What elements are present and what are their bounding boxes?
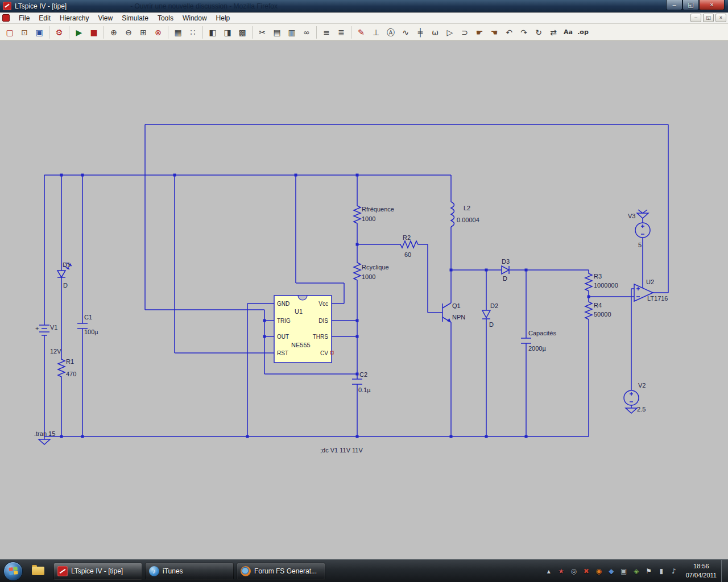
menu-hierarchy[interactable]: Hierarchy <box>55 13 93 23</box>
component-q1[interactable]: Q1 NPN <box>442 302 465 322</box>
menu-view[interactable]: View <box>93 13 117 23</box>
tray-icon-5[interactable]: ◆ <box>605 564 618 578</box>
tray-icon-9[interactable]: ▮ <box>655 564 668 578</box>
zoom-back-button[interactable]: ⊖ <box>122 26 135 39</box>
d2-ref[interactable]: D2 <box>490 302 498 309</box>
capacites-value[interactable]: 2000µ <box>528 345 546 352</box>
c1-ref[interactable]: C1 <box>84 314 92 321</box>
schematic-canvas[interactable]: + V1 12V D1 D C1 100µ <box>0 41 728 559</box>
explorer-button[interactable] <box>28 563 48 580</box>
component-v3[interactable]: V3 5 <box>628 210 650 248</box>
start-button[interactable] <box>3 562 23 581</box>
menu-edit[interactable]: Edit <box>34 13 55 23</box>
u2-ref[interactable]: U2 <box>646 278 654 285</box>
v2-ref[interactable]: V2 <box>638 382 646 389</box>
diode-tool-button[interactable]: ▷ <box>443 26 457 39</box>
r4-ref[interactable]: R4 <box>594 302 602 309</box>
mark-datapoints-button[interactable]: ∷ <box>186 26 200 39</box>
tray-icon-6[interactable]: ▣ <box>618 564 630 578</box>
mdi-minimize-button[interactable]: – <box>690 14 701 22</box>
component-tool-button[interactable]: ⊃ <box>458 26 471 39</box>
print-button[interactable]: ≣ <box>334 26 348 39</box>
cut-button[interactable]: ✂ <box>255 26 269 39</box>
show-desktop-button[interactable] <box>721 560 728 582</box>
tray-icon-1[interactable]: ★ <box>555 564 568 578</box>
u2-part[interactable]: LT1716 <box>647 295 668 302</box>
component-rfrequence[interactable]: Rfréquence 1000 <box>354 203 394 226</box>
zoom-fit-button[interactable]: ⊞ <box>136 26 150 39</box>
tray-icon-3[interactable]: ✖ <box>580 564 593 578</box>
drag-tool-button[interactable]: ☚ <box>487 26 501 39</box>
new-schematic-button[interactable]: ▢ <box>3 26 16 39</box>
mdi-restore-button[interactable]: ◱ <box>703 14 714 22</box>
menu-simulate[interactable]: Simulate <box>117 13 153 23</box>
r3-ref[interactable]: R3 <box>594 273 602 280</box>
v2-value[interactable]: 2.5 <box>637 406 646 413</box>
directive-tran[interactable]: .tran 15 <box>34 430 55 437</box>
zoom-in-button[interactable]: ⊕ <box>107 26 121 39</box>
control-panel-button[interactable]: ⚙ <box>52 26 66 39</box>
r1-ref[interactable]: R1 <box>66 358 74 365</box>
wires[interactable] <box>44 124 668 439</box>
ground-tool-button[interactable]: ⊥ <box>369 26 383 39</box>
mirror-button[interactable]: ⇄ <box>547 26 560 39</box>
c2-ref[interactable]: C2 <box>359 371 367 378</box>
text-tool-button[interactable]: Aa <box>561 26 575 39</box>
paste-button[interactable]: ▥ <box>285 26 299 39</box>
tray-icon-4[interactable]: ◉ <box>593 564 605 578</box>
open-button[interactable]: ⊡ <box>18 26 31 39</box>
mdi-close-button[interactable]: × <box>715 14 726 22</box>
show-hidden-icons-button[interactable]: ▴ <box>543 564 555 578</box>
component-c1[interactable]: C1 100µ <box>77 314 98 335</box>
tray-icon-2[interactable]: ◎ <box>568 564 580 578</box>
rotate-button[interactable]: ↻ <box>532 26 545 39</box>
menu-tools[interactable]: Tools <box>153 13 178 23</box>
menu-help[interactable]: Help <box>212 13 235 23</box>
component-c2[interactable]: C2 0.1µ <box>352 371 371 393</box>
net-label-tool-button[interactable]: Ⓐ <box>384 26 398 39</box>
print-preview-button[interactable]: ≡ <box>320 26 333 39</box>
r4-value[interactable]: 50000 <box>594 311 611 318</box>
l2-ref[interactable]: L2 <box>464 205 470 211</box>
menu-file[interactable]: File <box>14 13 34 23</box>
halt-button[interactable]: ■ <box>87 26 101 39</box>
r3-value[interactable]: 1000000 <box>594 282 618 289</box>
grid-button[interactable]: ▦ <box>171 26 185 39</box>
run-button[interactable]: ▶ <box>72 26 86 39</box>
move-tool-button[interactable]: ☛ <box>473 26 486 39</box>
component-d2[interactable]: D2 D <box>482 302 498 328</box>
q1-value[interactable]: NPN <box>452 314 465 321</box>
v1-value[interactable]: 12V <box>50 348 61 355</box>
component-v2[interactable]: V2 2.5 <box>624 382 646 413</box>
capacitor-tool-button[interactable]: ╪ <box>413 26 427 39</box>
component-l2[interactable]: L2 0.00004 <box>451 202 479 227</box>
task-ltspice[interactable]: LTspice IV - [tipe] <box>53 563 142 580</box>
wire-tool-button[interactable]: ✎ <box>354 26 368 39</box>
tile-vertical-button[interactable]: ◨ <box>221 26 234 39</box>
u1-ref[interactable]: U1 <box>295 308 303 315</box>
component-r1[interactable]: R1 470 <box>58 357 76 380</box>
component-u2[interactable]: U2 LT1716 <box>634 278 668 302</box>
rcyclique-value[interactable]: 1000 <box>362 273 375 280</box>
zoom-out-button[interactable]: ⊗ <box>151 26 165 39</box>
inductor-tool-button[interactable]: ω <box>428 26 442 39</box>
r1-value[interactable]: 470 <box>66 371 76 377</box>
component-rcyclique[interactable]: Rcyclique 1000 <box>354 260 389 283</box>
close-button[interactable]: × <box>699 0 725 10</box>
restore-button[interactable]: ◱ <box>682 0 699 10</box>
component-r4[interactable]: R4 50000 <box>585 300 611 322</box>
clock[interactable]: 18:56 07/04/2011 <box>686 562 717 580</box>
ground-symbol[interactable] <box>39 439 50 444</box>
tile-horizontal-button[interactable]: ◧ <box>206 26 220 39</box>
schematic[interactable]: + V1 12V D1 D C1 100µ <box>0 41 728 559</box>
d3-value[interactable]: D <box>503 275 507 282</box>
component-d1[interactable]: D1 D <box>57 261 72 289</box>
r2-value[interactable]: 60 <box>404 251 411 258</box>
u1-part[interactable]: NE555 <box>291 342 311 348</box>
capacites-ref[interactable]: Capacités <box>528 330 556 336</box>
q1-ref[interactable]: Q1 <box>452 302 461 309</box>
d1-value[interactable]: D <box>63 282 68 289</box>
task-firefox[interactable]: Forum FS Generat... <box>237 563 325 580</box>
d3-ref[interactable]: D3 <box>502 258 510 265</box>
redo-button[interactable]: ↷ <box>517 26 531 39</box>
